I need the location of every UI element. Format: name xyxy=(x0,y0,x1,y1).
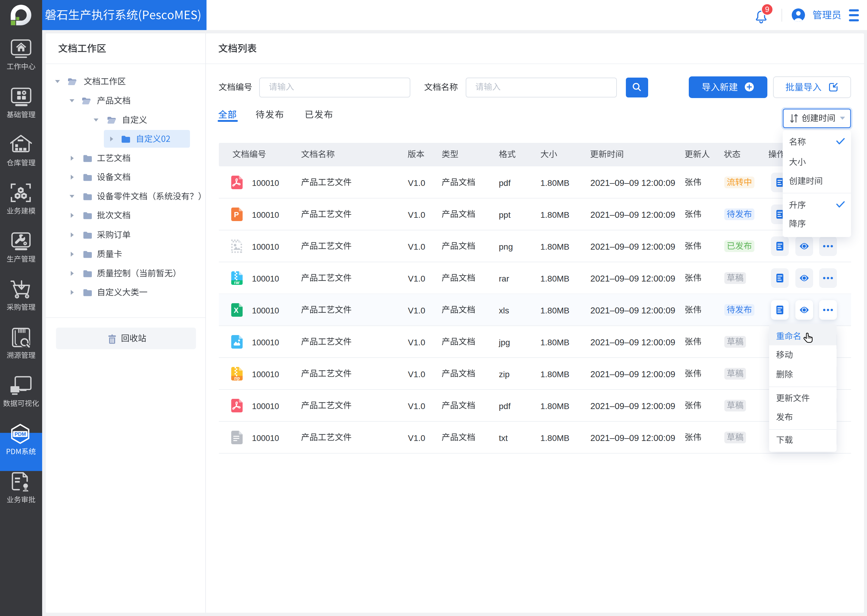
svg-text:9: 9 xyxy=(765,5,769,14)
svg-text:zip: zip xyxy=(234,376,240,380)
svg-text:X: X xyxy=(234,306,239,314)
svg-text:PDM: PDM xyxy=(14,431,26,437)
svg-text:P: P xyxy=(234,210,239,218)
svg-text:rar: rar xyxy=(234,280,240,284)
